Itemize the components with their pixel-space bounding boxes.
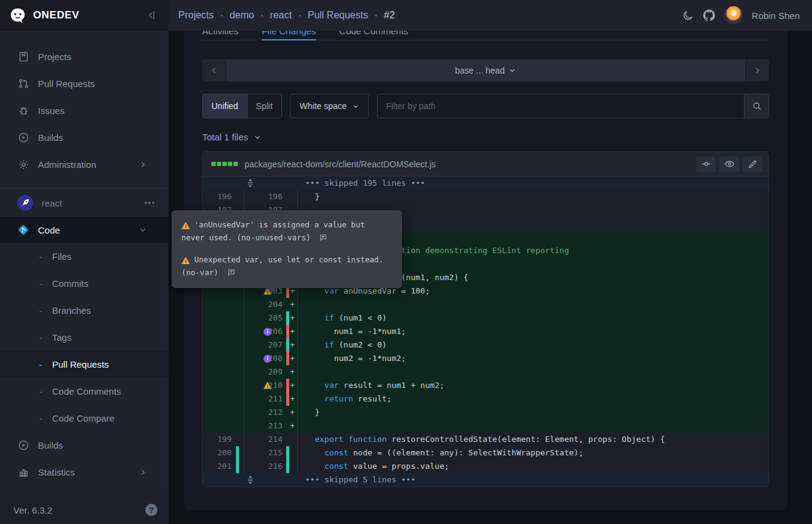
breadcrumb-link-demo[interactable]: demo bbox=[230, 10, 254, 21]
github-icon[interactable] bbox=[703, 9, 715, 21]
coverage-bar bbox=[286, 352, 289, 365]
new-line-number: 207+ bbox=[245, 338, 298, 352]
sidebar-item-pull-requests[interactable]: -Pull Requests bbox=[0, 351, 169, 378]
onedev-logo-icon bbox=[9, 6, 27, 25]
moon-icon[interactable] bbox=[682, 10, 694, 21]
lint-message-text: 'anUnusedVar' is assigned a value but ne… bbox=[181, 220, 365, 242]
sidebar-item-label: Administration bbox=[38, 159, 96, 170]
unified-mode-button[interactable]: Unified bbox=[203, 94, 248, 118]
pull-request-icon bbox=[17, 78, 29, 89]
sidebar-item-label: Code bbox=[38, 225, 60, 235]
sidebar-item-pull-requests[interactable]: Pull Requests bbox=[0, 70, 169, 97]
chevron-down-icon bbox=[352, 103, 359, 110]
breadcrumb-current[interactable]: #2 bbox=[384, 10, 395, 21]
old-line-number bbox=[203, 325, 245, 338]
revision-prev-button[interactable] bbox=[202, 59, 226, 82]
sidebar-item-projects[interactable]: Projects bbox=[0, 43, 169, 70]
sidebar-logo: ONEDEV bbox=[0, 0, 169, 31]
new-line-number: 213+ bbox=[245, 419, 298, 433]
coverage-bar bbox=[286, 325, 289, 338]
warning-icon: ! bbox=[181, 222, 190, 229]
old-line-number bbox=[203, 406, 245, 419]
expand-icon bbox=[247, 476, 254, 484]
sidebar-item-issues[interactable]: Issues bbox=[0, 97, 169, 124]
sidebar-item-commits[interactable]: -Commits bbox=[0, 270, 169, 297]
search-button[interactable] bbox=[744, 94, 768, 118]
split-mode-button[interactable]: Split bbox=[248, 94, 281, 118]
diff-line: 213+ bbox=[203, 419, 768, 433]
path-filter-input[interactable] bbox=[378, 94, 744, 118]
diff-line: 207+ if (num2 < 0) bbox=[203, 338, 768, 352]
dash-icon: - bbox=[39, 305, 52, 316]
code-line: if (num1 < 0) bbox=[298, 311, 768, 325]
comment-icon[interactable] bbox=[227, 267, 235, 280]
warning-icon[interactable]: ! bbox=[264, 382, 271, 389]
code-line: } bbox=[298, 406, 768, 419]
files-summary-toggle[interactable]: Total 1 files bbox=[202, 132, 769, 142]
old-line-number bbox=[203, 311, 245, 325]
edit-file-button[interactable] bbox=[743, 156, 762, 172]
comment-icon[interactable] bbox=[319, 232, 327, 245]
file-diff-card: packages/react-dom/src/client/ReactDOMSe… bbox=[202, 151, 769, 487]
change-blocks-indicator bbox=[211, 162, 238, 166]
sidebar-item-label: Statistics bbox=[38, 467, 75, 477]
pencil-icon bbox=[748, 159, 757, 169]
breadcrumb-link-projects[interactable]: Projects bbox=[178, 10, 214, 21]
sidebar-item-code[interactable]: Code bbox=[0, 217, 169, 243]
git-code-icon bbox=[17, 223, 29, 237]
view-file-button[interactable] bbox=[719, 156, 739, 172]
diff-line: 204+ bbox=[203, 298, 768, 311]
diff-line: 212+ } bbox=[203, 406, 768, 419]
chevron-down-icon bbox=[137, 226, 149, 234]
diff-line: 196196 } bbox=[203, 190, 768, 203]
whitespace-dropdown[interactable]: White space bbox=[290, 94, 369, 118]
change-block bbox=[211, 162, 216, 166]
sidebar-item-tags[interactable]: -Tags bbox=[0, 324, 169, 351]
code-line: const node = ((element: any): SelectWith… bbox=[298, 446, 768, 460]
version-label: Ver. 6.3.2 bbox=[13, 505, 52, 515]
sidebar-item-files[interactable]: -Files bbox=[0, 243, 169, 270]
skip-expand-button[interactable] bbox=[203, 177, 298, 190]
sidebar-item-administration[interactable]: Administration bbox=[0, 151, 169, 178]
path-filter-group bbox=[377, 94, 769, 118]
revision-range-button[interactable]: base ... head bbox=[226, 59, 745, 82]
new-line-number: 210!+ bbox=[245, 379, 298, 392]
sidebar-item-branches[interactable]: -Branches bbox=[0, 297, 169, 324]
sidebar-collapse-button[interactable] bbox=[145, 9, 157, 21]
avatar[interactable] bbox=[724, 6, 743, 25]
user-name[interactable]: Robin Shen bbox=[752, 10, 800, 21]
sidebar-item-code-compare[interactable]: -Code Compare bbox=[0, 404, 169, 431]
added-line-marker: + bbox=[290, 365, 295, 379]
sidebar-item-label: Pull Requests bbox=[38, 78, 95, 89]
sidebar-footer: Ver. 6.3.2 ? bbox=[0, 496, 169, 524]
breadcrumb-link-pull-requests[interactable]: Pull Requests bbox=[308, 10, 368, 21]
sidebar-item-statistics[interactable]: Statistics bbox=[0, 458, 169, 485]
rocket-icon bbox=[17, 195, 33, 211]
old-line-number bbox=[203, 298, 245, 311]
breadcrumb-separator: • bbox=[298, 12, 301, 19]
sidebar-item-builds[interactable]: Builds bbox=[0, 124, 169, 151]
added-line-marker: + bbox=[290, 392, 295, 406]
help-icon[interactable]: ? bbox=[145, 504, 157, 516]
coverage-bar bbox=[286, 460, 289, 473]
dash-icon: - bbox=[39, 278, 52, 289]
view-commit-button[interactable] bbox=[696, 156, 716, 172]
info-icon[interactable]: i bbox=[264, 328, 271, 336]
diff-line: 206i+ num1 = -1*num1; bbox=[203, 325, 768, 338]
diff-line: 201216 const value = props.value; bbox=[203, 460, 768, 473]
skip-expand-button[interactable] bbox=[203, 473, 298, 487]
eye-icon bbox=[724, 159, 735, 169]
expand-icon bbox=[247, 179, 254, 188]
breadcrumb-link-react[interactable]: react bbox=[270, 10, 292, 21]
new-line-number: 215 bbox=[245, 446, 298, 460]
revision-range-label: base ... head bbox=[455, 66, 505, 75]
sidebar-item-builds[interactable]: Builds bbox=[0, 431, 169, 458]
diff-toolbar: Unified Split White space bbox=[202, 94, 769, 118]
project-menu-ellipsis-icon[interactable] bbox=[144, 201, 155, 205]
lint-message: !Unexpected var, use let or const instea… bbox=[181, 253, 392, 280]
sidebar-item-code-comments[interactable]: -Code Comments bbox=[0, 378, 169, 404]
sidebar-project-row[interactable]: react bbox=[0, 189, 169, 217]
breadcrumb-separator: • bbox=[221, 12, 223, 19]
info-icon[interactable]: i bbox=[264, 355, 271, 363]
revision-next-button[interactable] bbox=[746, 59, 769, 82]
